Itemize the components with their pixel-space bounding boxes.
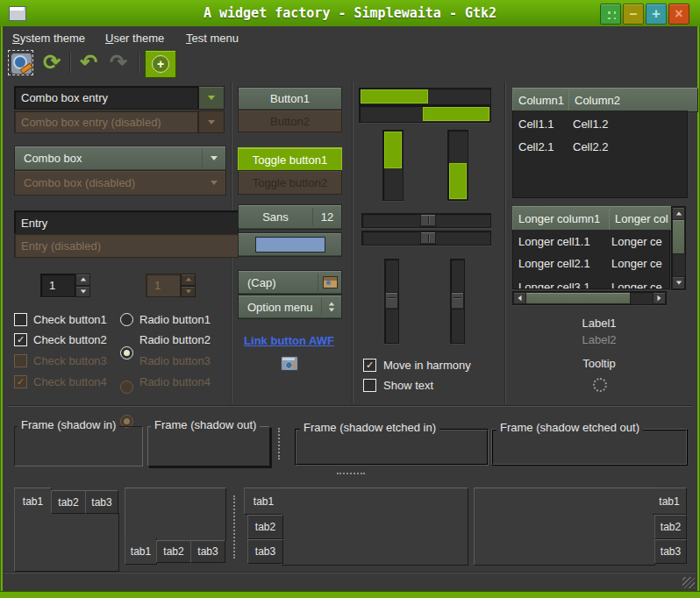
window-bottom-border	[0, 591, 700, 598]
vscale-2-slider-handle[interactable]	[451, 292, 464, 310]
close-button[interactable]: ×	[668, 4, 689, 25]
checkbox-1-label[interactable]: Check button1	[33, 313, 107, 326]
notebook1-tab3[interactable]: tab3	[85, 490, 118, 514]
screenshot-tool-button[interactable]	[9, 51, 32, 75]
text-entry[interactable]: Entry	[14, 210, 239, 235]
refresh-button[interactable]: ⟳	[39, 49, 65, 75]
tree2-horizontal-scrollbar[interactable]	[512, 291, 667, 305]
combo-box-entry-arrow-button[interactable]	[198, 86, 225, 110]
menu-test-menu[interactable]: Test menu	[186, 32, 239, 45]
spin-up-button[interactable]	[75, 274, 90, 286]
cap-button[interactable]: (Cap)	[238, 270, 342, 295]
combo-box-entry[interactable]: Combo box entry	[14, 86, 225, 110]
hscale-1[interactable]	[361, 213, 491, 228]
hscale-2[interactable]	[361, 231, 491, 246]
tree2-header-column1[interactable]: Longer column1	[512, 206, 621, 231]
toggle-button2-disabled: Toggle button2	[238, 170, 342, 195]
radio-1-label[interactable]: Radio button1	[139, 313, 211, 326]
notebook4-tab1[interactable]: tab1	[653, 488, 687, 515]
notebook2-tab1[interactable]: tab1	[125, 538, 157, 565]
radio-2[interactable]	[120, 346, 133, 360]
add-icon: +	[152, 55, 169, 73]
progressbar-vertical-1	[382, 130, 404, 201]
undo-button[interactable]: ↶	[75, 49, 102, 75]
window-menu-button[interactable]	[600, 4, 621, 25]
scroll-left-button[interactable]	[513, 292, 526, 304]
scroll-up-button[interactable]	[672, 207, 685, 220]
color-button[interactable]	[238, 232, 342, 257]
frame-shadow-in-label: Frame (shadow in)	[18, 418, 119, 431]
menu-system-theme[interactable]: System theme	[12, 32, 85, 45]
checkbox-2-label[interactable]: Check button2	[33, 333, 107, 346]
vscale-1-slider-handle[interactable]	[385, 292, 398, 310]
vscale-1[interactable]	[384, 259, 399, 344]
notebook1-tab2[interactable]: tab2	[51, 490, 86, 514]
tree2-body[interactable]: Longer cell1.1 Longer ce Longer cell2.1 …	[512, 230, 670, 289]
font-button[interactable]: Sans 12	[238, 204, 342, 230]
show-text-label[interactable]: Show text	[383, 379, 433, 392]
notebook4-page	[474, 488, 655, 566]
spin-button[interactable]: 1	[40, 274, 90, 297]
notebook3-tab3[interactable]: tab3	[247, 539, 283, 564]
tree2-header-column2[interactable]: Longer col	[609, 206, 681, 231]
tree1-column2-label: Column2	[575, 94, 620, 107]
combo-box[interactable]: Combo box	[14, 146, 226, 171]
tree2-vertical-scrollbar[interactable]	[671, 206, 686, 290]
arrow-left-icon	[518, 295, 522, 301]
resize-grip[interactable]	[682, 577, 695, 588]
checkbox-2[interactable]: ✓	[14, 333, 27, 346]
tree1-column1-label: Column1	[518, 94, 564, 107]
titlebar[interactable]: A widget factory - Simplewaita - Gtk2 – …	[0, 0, 700, 26]
notebook2-tab2[interactable]: tab2	[156, 540, 191, 563]
menu-user-theme[interactable]: User theme	[105, 32, 164, 45]
radio-2-label[interactable]: Radio button2	[139, 333, 211, 346]
tree1-body[interactable]: Cell1.1 Cell1.2 Cell2.1 Cell2.2	[512, 110, 688, 198]
move-in-harmony-label[interactable]: Move in harmony	[383, 359, 471, 372]
progressbar-fill	[423, 107, 490, 121]
add-button[interactable]: +	[145, 50, 176, 78]
chevron-down-icon	[208, 96, 215, 100]
combo-box-disabled: Combo box (disabled)	[14, 170, 226, 196]
scroll-down-button[interactable]	[672, 276, 685, 289]
tree1-header-column2[interactable]: Column2	[568, 88, 698, 112]
button1[interactable]: Button1	[238, 87, 342, 110]
notebook2-tab3[interactable]: tab3	[190, 540, 225, 563]
vertical-scrollbar-thumb[interactable]	[672, 219, 685, 254]
button1-label: Button1	[270, 92, 310, 105]
horizontal-scrollbar-thumb[interactable]	[525, 292, 631, 304]
show-text-checkbox[interactable]	[363, 379, 376, 392]
hscale-2-slider-handle[interactable]	[420, 231, 436, 245]
link-button-label[interactable]: Link button AWF	[244, 334, 334, 347]
toolbar-separator	[138, 53, 139, 74]
minimize-button[interactable]: –	[623, 4, 644, 25]
vscale-2[interactable]	[450, 259, 465, 344]
checkbox-1[interactable]	[14, 313, 27, 326]
arrow-right-icon	[658, 295, 661, 301]
notebook3-tab1[interactable]: tab1	[244, 488, 282, 515]
frame-shadow-etched-out-label: Frame (shadow etched out)	[496, 421, 643, 434]
hscale-1-slider-handle[interactable]	[420, 214, 436, 227]
progressbar-horizontal-1	[359, 88, 491, 105]
arrow-down-icon	[185, 289, 190, 293]
move-in-harmony-checkbox[interactable]: ✓	[363, 359, 376, 372]
radio-1[interactable]	[120, 313, 133, 326]
notebook2-page	[125, 488, 226, 541]
toggle-button1[interactable]: Toggle button1	[238, 147, 342, 172]
column-separator	[504, 82, 506, 403]
notebook1-tab1[interactable]: tab1	[14, 488, 52, 514]
option-menu[interactable]: Option menu	[238, 295, 342, 319]
link-button[interactable]: Link button AWF	[238, 334, 340, 347]
checkbox-3-label: Check button3	[33, 354, 107, 367]
notebook4-tab3[interactable]: tab3	[654, 539, 687, 564]
combo-box-entry-field[interactable]: Combo box entry	[14, 86, 198, 110]
scroll-right-button[interactable]	[653, 292, 666, 304]
notebook3-tab2[interactable]: tab2	[247, 515, 283, 539]
frame-shadow-etched-in	[295, 429, 489, 466]
maximize-button[interactable]: +	[646, 4, 667, 25]
notebook4-tab2[interactable]: tab2	[654, 515, 687, 539]
spin-field[interactable]: 1	[40, 274, 75, 297]
frame-shadow-out-label: Frame (shadow out)	[151, 418, 260, 431]
tree2-column1-label: Longer column1	[518, 212, 600, 225]
spin-down-button[interactable]	[75, 286, 90, 298]
radio-3	[120, 381, 133, 394]
